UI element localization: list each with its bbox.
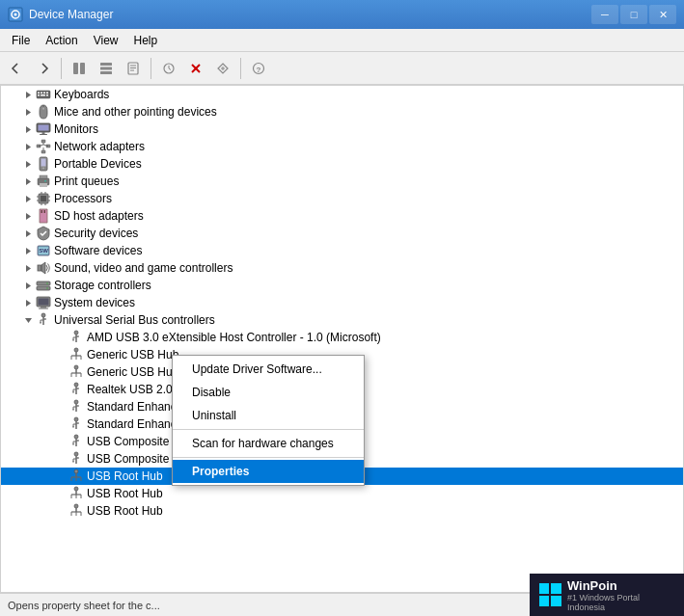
svg-point-138 — [74, 469, 78, 473]
device-label-software: Software devices — [54, 244, 142, 257]
svg-point-76 — [46, 282, 48, 284]
device-icon-network — [36, 139, 51, 154]
svg-rect-6 — [100, 67, 112, 69]
maximize-button[interactable]: □ — [620, 5, 647, 24]
svg-rect-74 — [37, 281, 50, 285]
tree-item-monitors[interactable]: Monitors — [1, 121, 683, 138]
device-icon-realtek — [68, 382, 84, 397]
device-label-security: Security devices — [54, 227, 138, 240]
expand-icon-system[interactable] — [20, 295, 36, 310]
svg-point-77 — [46, 287, 48, 289]
expand-icon-storage[interactable] — [20, 278, 36, 293]
expand-icon-keyboards[interactable] — [20, 87, 36, 102]
tree-item-keyboards[interactable]: Keyboards — [1, 86, 683, 103]
device-icon-generic-hub2 — [68, 364, 84, 380]
tree-item-storage[interactable]: Storage controllers — [1, 277, 683, 294]
svg-rect-54 — [41, 196, 46, 201]
tree-item-software[interactable]: SWSoftware devices — [1, 242, 683, 259]
context-menu-item-disable[interactable]: Disable — [173, 381, 364, 404]
close-button[interactable]: ✕ — [649, 5, 676, 24]
svg-rect-23 — [38, 94, 40, 96]
scan-toolbar-button[interactable] — [210, 56, 235, 81]
window-controls: ─ □ ✕ — [591, 5, 676, 24]
context-menu-separator — [173, 429, 364, 430]
window-title: Device Manager — [29, 8, 591, 21]
device-icon-usb-root2 — [68, 486, 84, 501]
device-tree[interactable]: KeyboardsMice and other pointing devices… — [0, 85, 684, 593]
device-icon-generic-hub1 — [68, 347, 84, 362]
svg-rect-21 — [43, 93, 45, 94]
expand-icon-portable[interactable] — [20, 156, 36, 172]
context-menu-item-uninstall[interactable]: Uninstall — [173, 404, 364, 427]
tree-item-usb[interactable]: Universal Serial Bus controllers — [1, 311, 683, 329]
menu-help[interactable]: Help — [126, 32, 166, 49]
tree-item-sound[interactable]: Sound, video and game controllers — [1, 259, 683, 277]
device-icon-security — [36, 226, 51, 241]
tree-item-amd-usb[interactable]: AMD USB 3.0 eXtensible Host Controller -… — [1, 329, 683, 346]
device-icon-usb-comp2 — [68, 451, 84, 467]
expand-icon-security[interactable] — [20, 226, 36, 241]
minimize-button[interactable]: ─ — [591, 5, 618, 24]
back-button[interactable] — [4, 56, 29, 81]
menu-bar: File Action View Help — [0, 29, 684, 52]
svg-point-150 — [74, 504, 78, 508]
device-label-generic-hub2: Generic USB Hub — [87, 365, 178, 379]
properties-toolbar-button[interactable] — [121, 56, 146, 81]
svg-rect-25 — [46, 94, 48, 96]
uninstall-toolbar-button[interactable] — [183, 56, 208, 81]
menu-view[interactable]: View — [86, 32, 126, 49]
device-label-sound: Sound, video and game controllers — [54, 261, 233, 275]
expand-icon-sound[interactable] — [20, 260, 36, 276]
device-label-usb-root3: USB Root Hub — [87, 504, 163, 518]
expand-icon-monitors[interactable] — [20, 121, 36, 137]
device-label-usb-root2: USB Root Hub — [87, 487, 163, 500]
device-label-sdhost: SD host adapters — [54, 209, 144, 223]
svg-rect-38 — [41, 150, 45, 153]
device-label-system: System devices — [54, 296, 135, 309]
menu-file[interactable]: File — [4, 32, 38, 49]
expand-icon-network[interactable] — [20, 139, 36, 154]
status-text: Opens property sheet for the c... — [8, 600, 160, 611]
help-toolbar-button[interactable]: ? — [246, 56, 271, 81]
expand-icon-software[interactable] — [20, 243, 36, 258]
context-menu-item-properties[interactable]: Properties — [173, 460, 364, 483]
svg-point-114 — [74, 400, 78, 404]
forward-button[interactable] — [31, 56, 56, 81]
tree-item-sdhost[interactable]: SD host adapters — [1, 207, 683, 225]
show-hide-button[interactable] — [67, 56, 92, 81]
svg-rect-75 — [37, 286, 50, 290]
device-icon-system — [36, 295, 51, 310]
svg-point-2 — [14, 13, 17, 16]
svg-point-102 — [74, 365, 78, 369]
tree-item-processors[interactable]: Processors — [1, 190, 683, 207]
svg-marker-17 — [26, 92, 31, 98]
tree-item-printq[interactable]: Print queues — [1, 173, 683, 190]
device-icon-usb-root-selected — [68, 469, 84, 484]
svg-marker-71 — [26, 265, 31, 272]
tree-item-usb-root2[interactable]: USB Root Hub — [1, 485, 683, 502]
device-label-keyboards: Keyboards — [54, 88, 109, 101]
update-driver-toolbar-button[interactable] — [156, 56, 181, 81]
svg-point-90 — [74, 331, 78, 335]
svg-rect-51 — [44, 180, 46, 182]
tree-item-network[interactable]: Network adapters — [1, 138, 683, 155]
context-menu-item-update-driver[interactable]: Update Driver Software... — [173, 358, 364, 381]
svg-marker-83 — [25, 318, 32, 323]
svg-rect-65 — [44, 210, 46, 213]
svg-marker-78 — [26, 300, 31, 307]
expand-icon-sdhost[interactable] — [20, 208, 36, 224]
tree-item-security[interactable]: Security devices — [1, 225, 683, 242]
context-menu-item-scan[interactable]: Scan for hardware changes — [173, 432, 364, 455]
expand-icon-mice[interactable] — [20, 104, 36, 120]
expand-icon-usb[interactable] — [20, 312, 36, 328]
tree-item-mice[interactable]: Mice and other pointing devices — [1, 103, 683, 121]
expand-icon-processors[interactable] — [20, 191, 36, 206]
svg-text:SW: SW — [39, 248, 48, 254]
expand-icon-printq[interactable] — [20, 174, 36, 189]
tree-item-usb-root3[interactable]: USB Root Hub — [1, 502, 683, 520]
tree-item-system[interactable]: System devices — [1, 294, 683, 311]
svg-rect-45 — [41, 159, 46, 167]
menu-action[interactable]: Action — [38, 32, 85, 49]
view-list-button[interactable] — [94, 56, 119, 81]
tree-item-portable[interactable]: Portable Devices — [1, 155, 683, 173]
